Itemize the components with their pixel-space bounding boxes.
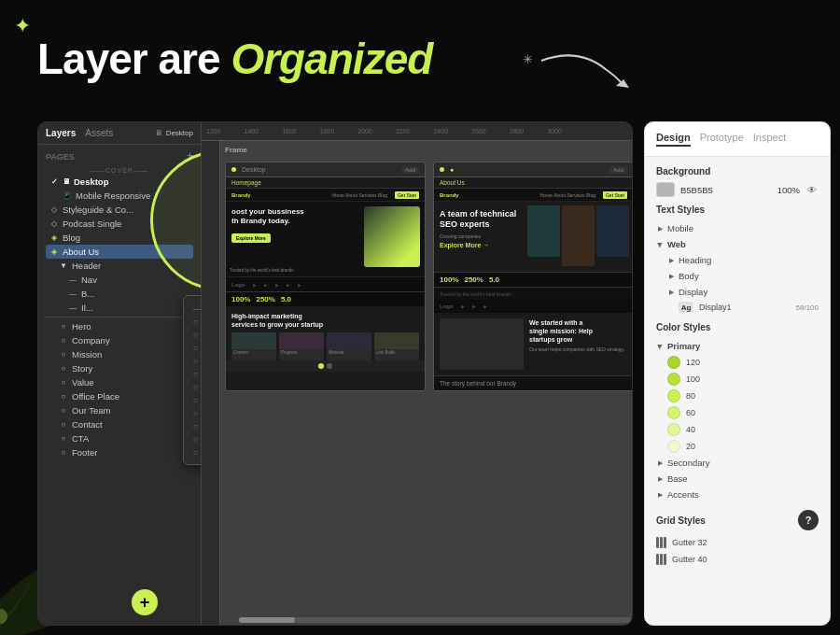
- tab-inspect[interactable]: Inspect: [753, 132, 786, 147]
- color-120: 120: [656, 354, 819, 371]
- canvas-scrollbar-horizontal[interactable]: [239, 617, 632, 623]
- tree-base-label: Base: [667, 473, 688, 484]
- story-icon: ○: [59, 364, 68, 374]
- color-dot-40[interactable]: [667, 423, 680, 436]
- layer-story[interactable]: ○ Story: [46, 361, 193, 375]
- canvas-area: 1200 1400 1600 1800 2000 2200 2400 2600 …: [202, 122, 632, 625]
- canvas-inner: Frame Desktop Add Hom: [220, 141, 632, 625]
- about-frame-btn[interactable]: Add: [609, 166, 627, 174]
- popup-mission-item[interactable]: ○Mission: [184, 354, 202, 367]
- tab-design[interactable]: Design: [656, 132, 691, 147]
- about-imgs: [527, 205, 629, 266]
- page-about[interactable]: ◈ About Us: [46, 245, 193, 259]
- logo-layer-icon: ○: [193, 318, 198, 326]
- background-color-swatch[interactable]: [656, 182, 675, 197]
- grid-gutter-40[interactable]: Gutter 40: [656, 551, 819, 568]
- tree-heading[interactable]: ▶ Heading: [656, 252, 819, 268]
- layer-cta[interactable]: ○ CTA: [46, 431, 193, 445]
- tree-body[interactable]: ▶ Body: [656, 268, 819, 284]
- card-img-1: [231, 332, 276, 349]
- tree-arrow-body: ▶: [667, 273, 675, 280]
- tab-layers[interactable]: Layers: [46, 128, 76, 138]
- frame-btn-top[interactable]: Add: [401, 166, 419, 174]
- display1-preview: Ag Display1 58/100: [656, 300, 819, 315]
- page-styleguide[interactable]: ◇ Styleguide & Co...: [46, 203, 193, 217]
- hero-cta-btn[interactable]: Explore More: [231, 233, 271, 243]
- tree-arrow-mobile: ▶: [656, 225, 664, 233]
- popup-cta-item[interactable]: ○CTA: [184, 432, 202, 445]
- services-section: High-impact marketingservices to grow yo…: [226, 306, 425, 360]
- footer-layer-icon: ○: [193, 448, 198, 457]
- layer-il[interactable]: — Il...: [46, 301, 193, 315]
- layer-footer[interactable]: ○ Footer: [46, 445, 193, 459]
- color-dot-120[interactable]: [667, 356, 680, 369]
- headline-prefix: Layer are: [37, 35, 231, 83]
- visibility-toggle-icon[interactable]: 👁: [805, 185, 819, 194]
- scrollbar-thumb[interactable]: [239, 617, 295, 623]
- desktop-page-icon: 🖥: [63, 177, 70, 186]
- tree-web[interactable]: ▶ Web: [656, 236, 819, 252]
- tab-assets[interactable]: Assets: [85, 128, 113, 138]
- color-dot-20[interactable]: [667, 440, 680, 453]
- page-podcast[interactable]: ◇ Podcast Single: [46, 217, 193, 231]
- page-desktop[interactable]: ✓ 🖥 Desktop: [46, 175, 193, 189]
- tree-display[interactable]: ▶ Display: [656, 284, 819, 300]
- color-dot-100[interactable]: [667, 373, 680, 386]
- popup-menu-item[interactable]: —Menu: [184, 302, 202, 315]
- add-page-btn[interactable]: +: [187, 149, 193, 162]
- about-stat-2-num: 250%: [464, 275, 483, 284]
- ruler-mark: 2200: [396, 128, 411, 134]
- popup-story-item[interactable]: ○Story: [184, 367, 202, 380]
- popup-logo-item[interactable]: ○Logo: [184, 315, 202, 328]
- design-panel-body: Background B5B5B5 100% 👁 Text Styles ▶ M…: [645, 157, 830, 625]
- nav-icon: —: [68, 275, 77, 285]
- stat-2: 250%: [256, 295, 274, 303]
- popup-team-item[interactable]: ○Our Team: [184, 406, 202, 419]
- tab-prototype[interactable]: Prototype: [700, 132, 744, 147]
- layer-nav[interactable]: — Nav: [46, 273, 193, 287]
- stat-1: 100%: [231, 295, 250, 303]
- color-dot-60[interactable]: [667, 406, 680, 419]
- layer-office[interactable]: ○ Office Place: [46, 389, 193, 403]
- layer-header[interactable]: ▼ Header: [46, 259, 193, 273]
- popup-company-item[interactable]: ○Company: [184, 341, 202, 354]
- tree-mobile[interactable]: ▶ Mobile: [656, 220, 819, 236]
- layer-b[interactable]: — B...: [46, 287, 193, 301]
- popup-hero-item[interactable]: ○Hero: [184, 328, 202, 341]
- tree-secondary[interactable]: ▶ Secondary: [656, 455, 819, 471]
- logo-item-3: ▶: [264, 282, 268, 288]
- page-about-label: About Us: [63, 247, 99, 257]
- layer-hero-sub[interactable]: ○ Hero: [46, 319, 193, 333]
- ruler-mark: 1800: [320, 128, 335, 134]
- help-button[interactable]: ?: [798, 510, 819, 530]
- layer-value[interactable]: ○ Value: [46, 375, 193, 389]
- layer-mission[interactable]: ○ Mission: [46, 347, 193, 361]
- layer-contact[interactable]: ○ Contact: [46, 417, 193, 431]
- about-nav-cta: Get Start: [603, 191, 627, 199]
- page-mobile[interactable]: 📱 Mobile Responsive: [46, 189, 193, 203]
- layer-our-team[interactable]: ○ Our Team: [46, 403, 193, 417]
- popup-office-item[interactable]: ○Office Place: [184, 393, 202, 406]
- logo-item-2: ▶: [253, 282, 257, 288]
- popup-contact-item[interactable]: ○Contact: [184, 419, 202, 432]
- tree-accents[interactable]: ▶ Accents: [656, 487, 819, 502]
- tree-primary[interactable]: ▶ Primary: [656, 338, 819, 354]
- about-nav-links: Home About Services Blog: [540, 192, 595, 198]
- value-layer-icon: ○: [193, 383, 198, 391]
- grid-gutter-32[interactable]: Gutter 32: [656, 534, 819, 551]
- color-dot-80[interactable]: [667, 389, 680, 402]
- url-bar-about: About Us: [434, 177, 632, 189]
- tree-base[interactable]: ▶ Base: [656, 471, 819, 487]
- page-blog[interactable]: ◈ Blog: [46, 231, 193, 245]
- services-cards: Content Program. Website: [231, 332, 419, 360]
- layer-company[interactable]: ○ Company: [46, 333, 193, 347]
- star-decoration-top: ✦: [14, 14, 31, 38]
- about-logo-3: ▶: [472, 303, 476, 309]
- popup-value-item[interactable]: ○Value: [184, 380, 202, 393]
- popup-footer-item[interactable]: ○Footer: [184, 445, 202, 459]
- about-brand-logo: Brandy: [440, 192, 459, 198]
- add-layer-button[interactable]: +: [132, 589, 158, 615]
- pages-section: Pages + ——COVER—— ✓ 🖥 Desktop 📱 Mobile R…: [38, 145, 201, 463]
- company-layer-icon: ○: [193, 344, 198, 352]
- page-mobile-label: Mobile Responsive: [76, 190, 150, 201]
